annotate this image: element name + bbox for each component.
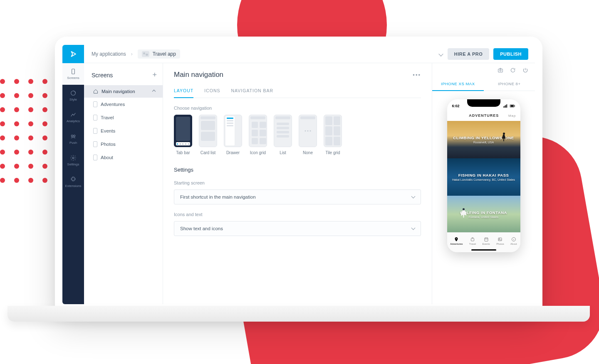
refresh-icon[interactable]	[510, 67, 516, 75]
phone-tab-photos[interactable]: Photos	[496, 237, 504, 245]
chevron-right-icon: ›	[131, 51, 133, 57]
starting-screen-dropdown[interactable]: First shortcut in the main navigation	[174, 189, 421, 204]
rail-settings[interactable]: Settings	[62, 150, 84, 171]
editor-title: Main navigation	[174, 71, 223, 79]
nav-option-icongrid[interactable]: Icon grid	[249, 115, 267, 155]
phone-card-list: CLIMBING IN YELLOWSTONE Roosevelt, USA F…	[447, 121, 520, 233]
account-dropdown-icon[interactable]	[438, 52, 443, 56]
nav-option-none[interactable]: None	[299, 115, 317, 155]
svg-rect-12	[510, 105, 513, 107]
screen-item-label: About	[101, 155, 113, 160]
svg-rect-7	[503, 106, 504, 108]
phone-header-title: ADVENTURES	[460, 113, 508, 118]
phone-tab-travel[interactable]: Travel	[469, 237, 476, 245]
device-tab-xsmax[interactable]: IPHONE XS MAX	[432, 77, 484, 91]
screen-item-about[interactable]: About	[84, 151, 163, 164]
nav-option-cardlist[interactable]: Card list	[199, 115, 217, 155]
rail-push[interactable]: Push	[62, 128, 84, 150]
starting-screen-label: Starting screen	[174, 180, 421, 185]
rail-style[interactable]: Style	[62, 85, 84, 106]
svg-rect-8	[504, 106, 505, 108]
svg-point-3	[74, 135, 75, 137]
phone-card[interactable]: CLIMBING IN YELLOWSTONE Roosevelt, USA	[447, 121, 520, 158]
screen-item-events[interactable]: Events	[84, 124, 163, 138]
screen-item-adventures[interactable]: Adventures	[84, 98, 163, 111]
svg-point-6	[500, 70, 501, 71]
nav-option-label: None	[303, 150, 313, 155]
card-title: FISHING IN HAKAI PASS	[458, 173, 509, 177]
nav-option-label: Drawer	[226, 150, 240, 155]
breadcrumb-app-label: Travel app	[153, 51, 176, 57]
tab-icons[interactable]: ICONS	[204, 88, 220, 98]
signal-icon	[503, 104, 515, 108]
svg-rect-14	[471, 238, 474, 241]
card-subtitle: Roosevelt, USA	[473, 141, 494, 144]
settings-heading: Settings	[174, 167, 421, 173]
svg-rect-5	[498, 69, 503, 72]
nav-option-list[interactable]: List	[274, 115, 292, 155]
page-icon	[93, 128, 97, 134]
page-icon	[93, 155, 97, 160]
tab-navigation-bar[interactable]: NAVIGATION BAR	[231, 88, 274, 98]
more-options-button[interactable]: •••	[413, 72, 421, 78]
rail-label: Extensions	[65, 184, 81, 188]
svg-point-4	[72, 157, 74, 159]
nav-option-label: Card list	[200, 150, 216, 155]
svg-rect-13	[514, 106, 515, 107]
extensions-icon	[70, 176, 77, 183]
rail-analytics[interactable]: Analytics	[62, 106, 84, 128]
nav-option-tabbar[interactable]: Tab bar	[174, 115, 192, 155]
phone-preview: 6:02 ADVENTURES Map	[447, 99, 520, 252]
screen-item-travel[interactable]: Travel	[84, 111, 163, 124]
hire-pro-button[interactable]: HIRE A PRO	[448, 48, 489, 60]
nav-option-tilegrid[interactable]: Tile grid	[324, 115, 342, 155]
phone-header: ADVENTURES Map	[447, 110, 520, 121]
sidebar-rail: Screens Style Analytics Push Settings	[62, 63, 84, 304]
phone-notch	[467, 99, 500, 107]
device-tabs: IPHONE XS MAX IPHONE 8+	[432, 77, 535, 91]
svg-rect-10	[506, 104, 507, 108]
screen-item-photos[interactable]: Photos	[84, 138, 163, 151]
icons-text-dropdown[interactable]: Show text and icons	[174, 221, 421, 236]
page-icon	[93, 101, 97, 107]
app-icon	[142, 51, 149, 57]
phone-card[interactable]: FISHING IN HAKAI PASS Hakai Lúxvbálís Co…	[447, 158, 520, 196]
tab-layout[interactable]: LAYOUT	[174, 88, 193, 98]
svg-rect-9	[505, 105, 506, 108]
breadcrumb: My applications › Travel app	[84, 49, 180, 59]
analytics-icon	[70, 111, 77, 118]
screen-item-label: Adventures	[101, 102, 125, 107]
breadcrumb-app[interactable]: Travel app	[138, 49, 180, 59]
publish-button[interactable]: PUBLISH	[493, 48, 528, 60]
phone-tab-events[interactable]: Events	[483, 237, 490, 245]
phone-tab-adventures[interactable]: Adventures	[450, 237, 463, 245]
chevron-up-icon	[152, 90, 156, 93]
rail-label: Analytics	[67, 119, 80, 123]
rail-screens[interactable]: Screens	[62, 63, 84, 85]
icons-text-label: Icons and text	[174, 212, 421, 217]
svg-point-2	[71, 135, 73, 137]
screen-item-label: Travel	[101, 115, 114, 120]
push-icon	[70, 133, 77, 140]
device-tab-8plus[interactable]: IPHONE 8+	[484, 77, 535, 91]
screen-item-main-navigation[interactable]: Main navigation	[84, 85, 163, 98]
nav-option-label: List	[280, 150, 286, 155]
app-logo[interactable]	[62, 45, 84, 63]
rail-label: Screens	[67, 76, 79, 80]
phone-header-right[interactable]: Map	[508, 114, 516, 118]
phone-card[interactable]: GOLFING IN FONTANA Fontana, United State…	[447, 196, 520, 233]
rail-extensions[interactable]: Extensions	[62, 171, 84, 193]
chevron-down-icon	[411, 194, 416, 199]
phone-tab-about[interactable]: About	[510, 237, 517, 245]
breadcrumb-root[interactable]: My applications	[92, 51, 126, 57]
nav-option-drawer[interactable]: Drawer	[224, 115, 242, 155]
screenshot-icon[interactable]	[498, 67, 503, 75]
svg-rect-15	[485, 238, 488, 241]
add-screen-button[interactable]: +	[152, 71, 157, 79]
svg-rect-16	[498, 238, 502, 241]
screen-item-label: Photos	[101, 142, 116, 147]
page-icon	[93, 141, 97, 147]
power-icon[interactable]	[522, 67, 528, 75]
screen-item-label: Main navigation	[101, 89, 135, 94]
chevron-down-icon	[411, 226, 416, 230]
